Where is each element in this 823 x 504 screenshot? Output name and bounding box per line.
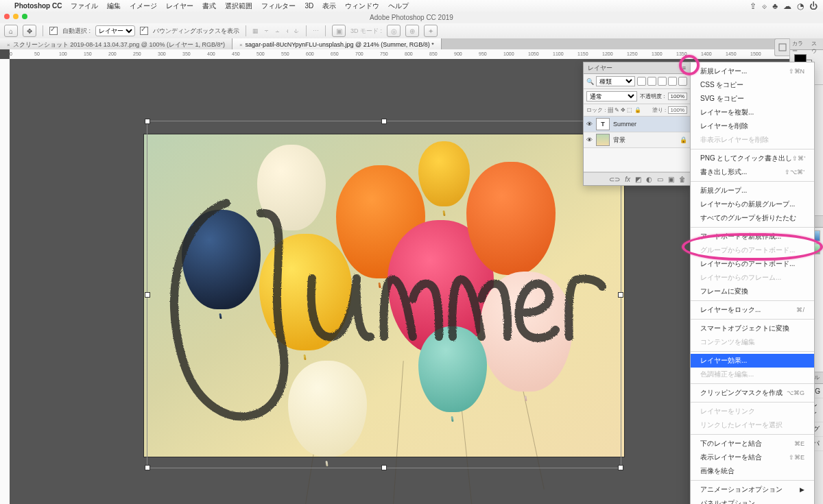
handle-w[interactable]: [145, 292, 150, 298]
menu-item[interactable]: 表示レイヤーを結合⇧⌘E: [691, 451, 814, 464]
menu-item[interactable]: すべてのグループを折りたたむ: [691, 211, 814, 225]
auto-select-mode[interactable]: レイヤー: [95, 25, 135, 36]
3d-mode-icon[interactable]: ◎: [387, 25, 401, 37]
align-icon[interactable]: ▦: [252, 27, 259, 34]
tab-label[interactable]: カラー: [790, 38, 809, 49]
menu-help[interactable]: ヘルプ: [388, 1, 409, 11]
zoom-icon[interactable]: [22, 14, 27, 19]
handle-se[interactable]: [618, 465, 623, 470]
menu-select[interactable]: 選択範囲: [225, 1, 252, 11]
align-icon[interactable]: ⫝: [294, 27, 300, 34]
handle-nw[interactable]: [145, 119, 150, 124]
menu-item[interactable]: スマートオブジェクトに変換: [691, 322, 814, 335]
tab-label[interactable]: スウ: [809, 38, 823, 49]
blend-mode-select[interactable]: 通常: [586, 91, 637, 101]
layer-name[interactable]: 背景: [613, 136, 625, 145]
close-icon[interactable]: [4, 14, 10, 19]
trash-icon[interactable]: 🗑: [679, 176, 686, 183]
layers-panel-tab[interactable]: レイヤー ≡: [584, 62, 690, 74]
handle-sw[interactable]: [145, 465, 150, 470]
menu-item[interactable]: レイヤーからのアートボード...: [691, 257, 814, 271]
tray-icon[interactable]: ◔: [797, 1, 804, 11]
layer-thumb[interactable]: T: [596, 118, 610, 130]
move-tool-icon[interactable]: ✥: [23, 25, 36, 37]
menu-item[interactable]: レイヤー効果...: [691, 354, 814, 368]
menu-view[interactable]: 表示: [322, 1, 336, 11]
menu-item[interactable]: レイヤーを複製...: [691, 106, 814, 119]
layer-thumb[interactable]: [596, 134, 610, 146]
menu-item[interactable]: パネルオプション...: [691, 496, 814, 504]
handle-n[interactable]: [381, 119, 387, 124]
eye-icon[interactable]: 👁: [586, 136, 593, 143]
tray-icon[interactable]: ⏻: [809, 1, 818, 11]
group-icon[interactable]: ▭: [657, 176, 663, 183]
transform-box[interactable]: [147, 121, 621, 468]
tab-close-icon[interactable]: ×: [239, 42, 243, 48]
3d-mode-icon[interactable]: ✦: [424, 25, 438, 37]
ruler-horizontal[interactable]: 0501001502002503003504004505005506006507…: [10, 49, 790, 60]
link-icon[interactable]: ⊂⊃: [609, 176, 620, 183]
new-layer-icon[interactable]: ▣: [668, 176, 674, 183]
menu-edit[interactable]: 編集: [107, 1, 121, 11]
ruler-vertical[interactable]: [0, 59, 10, 504]
minimize-icon[interactable]: [13, 14, 19, 19]
menu-layer[interactable]: レイヤー: [166, 1, 193, 11]
menu-item[interactable]: 新規レイヤー...⇧⌘N: [691, 64, 814, 78]
handle-s[interactable]: [381, 465, 387, 470]
layer-item[interactable]: 👁 背景 🔒: [584, 132, 690, 148]
3d-icon[interactable]: ▣: [332, 25, 346, 37]
home-button[interactable]: ⌂: [4, 25, 18, 37]
layers-panel[interactable]: レイヤー ≡ 🔍 種類 通常 不透明度 : 100% ロック : ▦ ✎ ✥ ⬚…: [583, 62, 691, 186]
menu-filter[interactable]: フィルター: [261, 1, 296, 11]
tray-icon[interactable]: ⟐: [762, 1, 767, 11]
menu-3d[interactable]: 3D: [305, 2, 313, 10]
tray-icon[interactable]: ☁: [783, 1, 791, 11]
handle-e[interactable]: [618, 292, 623, 298]
bounding-box-checkbox[interactable]: [140, 27, 148, 35]
side-tab-color[interactable]: カラー スウ: [790, 38, 823, 50]
tray-icon[interactable]: ♣: [772, 1, 778, 11]
filter-pixel-icon[interactable]: [637, 77, 646, 86]
menu-item[interactable]: SVG をコピー: [691, 92, 814, 106]
menu-window[interactable]: ウィンドウ: [345, 1, 379, 11]
tray-icon[interactable]: ⇪: [750, 1, 756, 11]
menu-file[interactable]: ファイル: [71, 1, 98, 11]
auto-select-checkbox[interactable]: [49, 27, 58, 35]
menu-item[interactable]: 書き出し形式...⇧⌥⌘': [691, 165, 814, 179]
traffic-lights[interactable]: [4, 14, 27, 19]
menu-item[interactable]: レイヤーをロック...⌘/: [691, 303, 814, 317]
adjustment-icon[interactable]: ◐: [646, 176, 652, 183]
mask-icon[interactable]: ◩: [635, 176, 641, 183]
menu-item[interactable]: CSS をコピー: [691, 78, 814, 92]
align-icon[interactable]: ⫞: [285, 27, 289, 34]
menu-item[interactable]: クリッピングマスクを作成⌥⌘G: [691, 386, 814, 400]
filter-smart-icon[interactable]: [678, 77, 687, 86]
opacity-value[interactable]: 100%: [668, 93, 687, 100]
filter-shape-icon[interactable]: [668, 77, 677, 86]
layer-name[interactable]: Summer: [613, 121, 636, 128]
menu-item[interactable]: フレームに変換: [691, 285, 814, 298]
search-icon[interactable]: 🔍: [586, 78, 594, 85]
menu-type[interactable]: 書式: [202, 1, 216, 11]
align-icon[interactable]: ⫠: [274, 27, 281, 34]
menu-item[interactable]: アニメーションオプション▶: [691, 483, 814, 496]
layers-panel-menu[interactable]: 新規レイヤー...⇧⌘NCSS をコピーSVG をコピーレイヤーを複製...レイ…: [690, 62, 815, 504]
fill-value[interactable]: 100%: [668, 106, 687, 114]
filter-text-icon[interactable]: [658, 77, 667, 86]
layer-item[interactable]: 👁 T Summer: [584, 117, 690, 132]
more-icon[interactable]: ⋯: [313, 27, 319, 34]
menu-item[interactable]: 新規グループ...: [691, 184, 814, 197]
app-name[interactable]: Photoshop CC: [14, 2, 62, 10]
menu-image[interactable]: イメージ: [130, 1, 157, 11]
eye-icon[interactable]: 👁: [586, 121, 593, 128]
panel-menu-icon[interactable]: ≡: [682, 64, 686, 71]
3d-mode-icon[interactable]: ⊕: [405, 25, 419, 37]
fx-icon[interactable]: fx: [625, 176, 630, 183]
menu-item[interactable]: アートボードを新規作成...: [691, 230, 814, 243]
document-tab[interactable]: × スクリーンショット 2019-08-14 13.04.37.png @ 10…: [0, 38, 232, 49]
menu-item[interactable]: PNG としてクイック書き出し⇧⌘': [691, 152, 814, 165]
document-tab[interactable]: × sagar-patil-8UcNYpynFLU-unsplash.jpg @…: [232, 38, 442, 49]
filter-adjust-icon[interactable]: [647, 77, 656, 86]
menu-item[interactable]: レイヤーからの新規グループ...: [691, 197, 814, 211]
filter-kind-select[interactable]: 種類: [596, 76, 635, 86]
